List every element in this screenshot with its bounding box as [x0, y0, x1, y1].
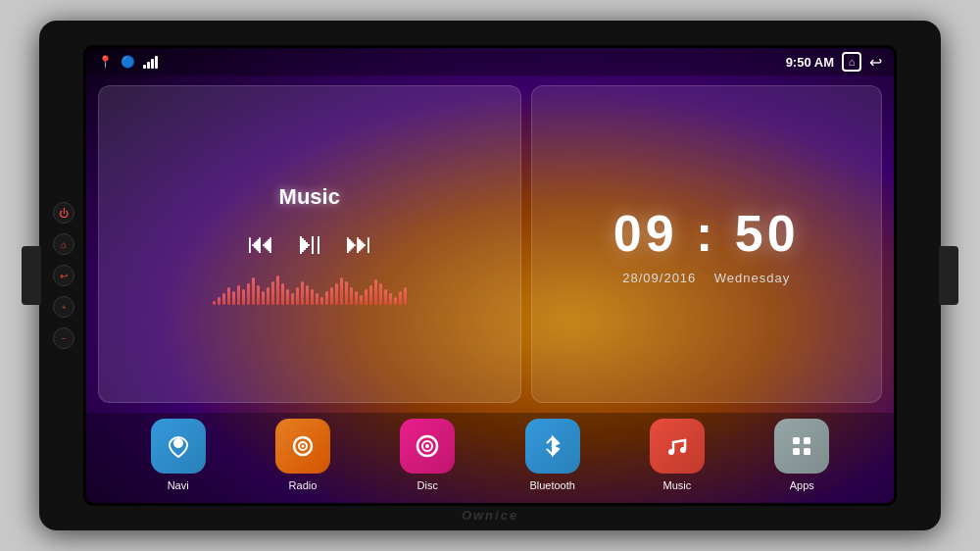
- wave-bar: [218, 297, 220, 305]
- location-icon: 📍: [98, 55, 113, 69]
- rewind-button[interactable]: ⏮: [247, 227, 274, 260]
- app-item-apps[interactable]: Apps: [774, 419, 829, 491]
- bluetooth-status-icon: 🔵: [121, 55, 135, 69]
- clock-widget: 09 : 50 28/09/2016 Wednesday: [531, 85, 883, 403]
- status-left: 📍 🔵: [98, 55, 158, 69]
- app-item-bluetooth[interactable]: Bluetooth: [525, 419, 580, 491]
- brand-label: Ownice: [462, 508, 518, 523]
- svg-point-1: [175, 442, 181, 448]
- power-button[interactable]: ⏻: [53, 202, 74, 224]
- svg-point-4: [301, 445, 304, 448]
- wave-bar: [306, 285, 309, 305]
- apps-row: NaviRadioDiscBluetoothMusicApps: [86, 413, 894, 503]
- svg-rect-11: [804, 437, 810, 444]
- clock-time: 09 : 50: [613, 204, 800, 263]
- app-label-navi: Navi: [168, 479, 189, 491]
- wave-bar: [267, 287, 270, 305]
- svg-rect-10: [793, 437, 800, 444]
- music-widget-title: Music: [279, 184, 340, 210]
- app-label-music: Music: [663, 479, 692, 491]
- bracket-right: [939, 246, 958, 305]
- app-icon-apps: [774, 419, 829, 474]
- home-indicator[interactable]: ⌂: [842, 52, 861, 72]
- car-unit: ⏻ ⌂ ↩ + − 📍 🔵: [39, 21, 941, 530]
- wave-bar: [252, 277, 255, 305]
- wave-bar: [227, 287, 230, 305]
- wave-bar: [257, 285, 260, 305]
- wave-bar: [262, 291, 265, 305]
- wave-bar: [286, 289, 289, 305]
- wave-bar: [320, 297, 323, 305]
- app-item-disc[interactable]: Disc: [400, 419, 455, 491]
- wave-bar: [237, 285, 240, 305]
- widget-row: Music ⏮ ⏯ ⏭ 09 : 50 28/09/2016: [86, 75, 894, 413]
- wave-bar: [394, 297, 397, 305]
- wave-bar: [213, 301, 216, 305]
- wave-bar: [232, 291, 235, 305]
- main-content: Music ⏮ ⏯ ⏭ 09 : 50 28/09/2016: [86, 75, 894, 503]
- svg-point-7: [425, 444, 429, 448]
- wave-bar: [311, 289, 314, 305]
- signal-bar-4: [155, 56, 158, 69]
- status-bar: 📍 🔵 9:50 AM ⌂ ↩: [86, 48, 894, 75]
- back-icon[interactable]: ↩: [869, 53, 882, 72]
- wave-bar: [301, 281, 304, 305]
- wave-bar: [350, 287, 353, 305]
- wave-bar: [369, 285, 372, 305]
- app-item-navi[interactable]: Navi: [151, 419, 206, 491]
- wave-bar: [271, 281, 274, 305]
- status-time: 9:50 AM: [786, 55, 834, 70]
- wave-bar: [291, 293, 294, 305]
- app-icon-bluetooth: [525, 419, 580, 474]
- bracket-left: [22, 246, 41, 305]
- vol-up-button[interactable]: +: [53, 296, 74, 318]
- svg-point-9: [680, 447, 686, 453]
- wave-bar: [316, 293, 318, 305]
- wave-bar: [379, 283, 382, 305]
- signal-bar-1: [143, 65, 146, 69]
- wave-bar: [247, 283, 250, 305]
- app-icon-music: [650, 419, 705, 474]
- app-icon-radio: [275, 419, 330, 474]
- svg-rect-13: [804, 448, 810, 455]
- wave-bar: [365, 289, 368, 305]
- wave-bar: [384, 289, 387, 305]
- wave-bar: [335, 283, 338, 305]
- app-item-radio[interactable]: Radio: [275, 419, 330, 491]
- wave-bar: [340, 277, 343, 305]
- svg-point-8: [668, 449, 674, 455]
- app-item-music[interactable]: Music: [650, 419, 705, 491]
- wave-bar: [389, 293, 392, 305]
- svg-rect-12: [793, 448, 800, 455]
- wave-bar: [281, 283, 284, 305]
- wave-bar: [242, 289, 245, 305]
- wave-bar: [360, 295, 363, 305]
- side-controls: ⏻ ⌂ ↩ + −: [53, 202, 74, 349]
- music-widget: Music ⏮ ⏯ ⏭: [98, 85, 521, 403]
- screen-bezel: 📍 🔵 9:50 AM ⌂ ↩: [83, 45, 897, 506]
- music-waveform: [213, 276, 407, 305]
- clock-date: 28/09/2016 Wednesday: [622, 271, 790, 285]
- music-controls: ⏮ ⏯ ⏭: [247, 225, 372, 262]
- back-side-button[interactable]: ↩: [53, 265, 74, 286]
- app-label-bluetooth: Bluetooth: [529, 479, 574, 491]
- signal-bar-2: [147, 62, 150, 69]
- forward-button[interactable]: ⏭: [345, 227, 372, 260]
- app-label-apps: Apps: [790, 479, 814, 491]
- app-label-radio: Radio: [289, 479, 318, 491]
- wave-bar: [345, 281, 348, 305]
- wave-bar: [404, 287, 407, 305]
- wave-bar: [374, 279, 377, 305]
- app-icon-disc: [400, 419, 455, 474]
- signal-bars: [143, 56, 158, 69]
- wave-bar: [355, 291, 358, 305]
- home-side-button[interactable]: ⌂: [53, 233, 74, 255]
- screen: 📍 🔵 9:50 AM ⌂ ↩: [86, 48, 894, 503]
- wave-bar: [222, 293, 225, 305]
- status-right: 9:50 AM ⌂ ↩: [786, 52, 882, 72]
- app-icon-navi: [151, 419, 206, 474]
- play-pause-button[interactable]: ⏯: [294, 225, 325, 262]
- wave-bar: [296, 287, 299, 305]
- vol-down-button[interactable]: −: [53, 327, 74, 349]
- wave-bar: [325, 291, 328, 305]
